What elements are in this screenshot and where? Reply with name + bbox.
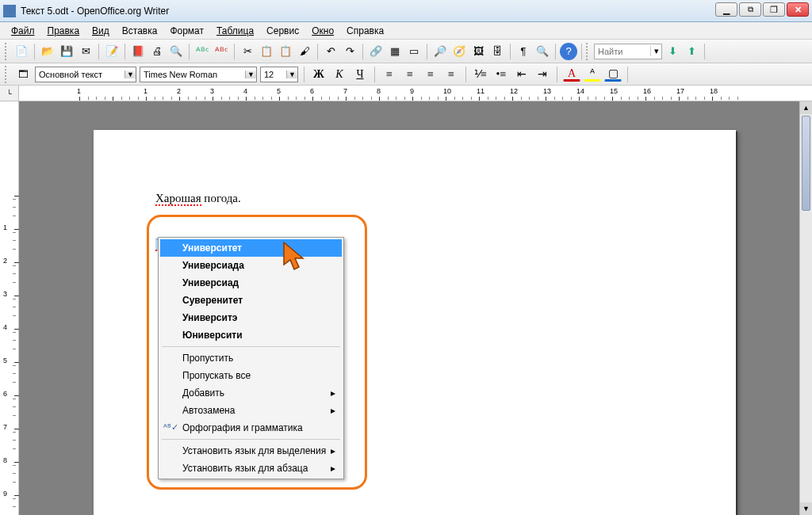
redo-button[interactable]: ↷ — [341, 43, 358, 60]
vertical-ruler[interactable]: 12345678910 — [0, 101, 19, 515]
ignore-item[interactable]: Пропустить — [160, 349, 342, 367]
new-button[interactable]: 📄 — [13, 43, 30, 60]
edit-mode-button[interactable]: 📝 — [103, 43, 121, 60]
canvas[interactable]: Харошая погода. Унеберситет. Университет… — [19, 101, 812, 515]
format-paintbrush-button[interactable]: 🖌 — [296, 43, 313, 60]
maximize-button[interactable] — [763, 2, 785, 17]
mail-button[interactable]: ✉ — [77, 43, 94, 60]
dropdown-icon[interactable]: ▼ — [124, 71, 136, 78]
menu-insert[interactable]: Вставка — [116, 24, 164, 38]
save-button[interactable]: 💾 — [58, 43, 75, 60]
align-right-button[interactable]: ≡ — [422, 66, 439, 83]
menu-file[interactable]: Файл — [5, 24, 41, 38]
underline-button[interactable]: Ч — [351, 66, 369, 83]
align-center-button[interactable]: ≡ — [401, 66, 419, 83]
bgcolor-button[interactable]: ▢ — [604, 67, 622, 82]
minimize-button[interactable] — [715, 2, 737, 17]
font-color-button[interactable]: A — [563, 67, 580, 82]
pdf-button[interactable]: 📕 — [129, 43, 147, 60]
scroll-down-button[interactable]: ▼ — [800, 502, 812, 515]
menu-window[interactable]: Окно — [305, 24, 340, 38]
paragraph-style-input[interactable] — [36, 70, 124, 79]
horizontal-ruler[interactable]: 1123456789101112131415161718 — [19, 86, 812, 101]
menu-help[interactable]: Справка — [340, 24, 390, 38]
submenu-arrow-icon: ▸ — [331, 445, 335, 456]
add-item[interactable]: Добавить▸ — [160, 384, 342, 402]
cut-button[interactable]: ✂ — [239, 43, 256, 60]
suggestion-item[interactable]: Юниверсити — [160, 326, 342, 344]
titlebar: Текст 5.odt - OpenOffice.org Writer — [0, 0, 812, 22]
suggestion-item[interactable]: Суверенитет — [160, 292, 342, 309]
dropdown-icon[interactable]: ▼ — [286, 71, 297, 78]
close-button[interactable] — [787, 2, 809, 17]
copy-button[interactable]: 📋 — [258, 43, 275, 60]
find-next-button[interactable]: ⬇ — [664, 43, 681, 60]
set-lang-paragraph-item[interactable]: Установить язык для абзаца▸ — [160, 460, 342, 477]
help-button[interactable]: ? — [560, 43, 577, 60]
align-justify-button[interactable]: ≡ — [442, 66, 460, 83]
dropdown-icon[interactable]: ▼ — [245, 71, 256, 78]
menu-edit[interactable]: Правка — [41, 24, 86, 38]
text-line-1[interactable]: Харошая погода. — [155, 190, 674, 207]
find-box: ▾ — [594, 44, 662, 59]
datasource-button[interactable]: 🗄 — [488, 43, 506, 60]
styles-window-button[interactable]: 🗔 — [14, 66, 32, 83]
bullet-list-button[interactable]: •≡ — [492, 66, 510, 83]
vertical-scrollbar[interactable]: ▲ ▼ — [799, 101, 812, 515]
toolbar-grip-3[interactable] — [5, 66, 10, 83]
restore-button[interactable] — [739, 2, 761, 17]
print-button[interactable]: 🖨 — [148, 43, 166, 60]
undo-button[interactable]: ↶ — [322, 43, 339, 60]
find-toggle-button[interactable]: 🔎 — [431, 43, 449, 60]
table-button[interactable]: ▦ — [386, 43, 404, 60]
align-left-button[interactable]: ≡ — [381, 66, 398, 83]
increase-indent-button[interactable]: ⇥ — [534, 66, 551, 83]
autospell-button[interactable]: ᴬᴮᶜ — [213, 43, 230, 60]
open-button[interactable]: 📂 — [39, 43, 56, 60]
hyperlink-button[interactable]: 🔗 — [367, 43, 385, 60]
numbered-list-button[interactable]: ⅟≡ — [472, 66, 489, 83]
font-name-combo[interactable]: ▼ — [140, 67, 257, 82]
suggestion-item[interactable]: Универсиад — [160, 274, 342, 292]
decrease-indent-button[interactable]: ⇤ — [513, 66, 530, 83]
autocorrect-item[interactable]: Автозамена▸ — [160, 402, 342, 419]
scroll-up-button[interactable]: ▲ — [800, 101, 812, 114]
menu-format[interactable]: Формат — [163, 24, 210, 38]
zoom-button[interactable]: 🔍 — [534, 43, 551, 60]
spellcheck-icon: ᴬᴮ✓ — [163, 422, 178, 433]
gallery-button[interactable]: 🖼 — [469, 43, 487, 60]
font-name-input[interactable] — [140, 70, 245, 79]
find-input[interactable] — [595, 47, 650, 56]
navigator-button[interactable]: 🧭 — [450, 43, 468, 60]
toolbar-grip-2[interactable] — [586, 43, 591, 60]
spelling-grammar-item[interactable]: ᴬᴮ✓Орфография и грамматика — [160, 419, 342, 437]
menu-view[interactable]: Вид — [86, 24, 116, 38]
find-dropdown-icon[interactable]: ▾ — [650, 46, 661, 56]
italic-button[interactable]: К — [331, 66, 348, 83]
toolbar-grip[interactable] — [5, 43, 10, 60]
set-lang-selection-item[interactable]: Установить язык для выделения▸ — [160, 442, 342, 460]
draw-button[interactable]: ▭ — [405, 43, 423, 60]
suggestion-item[interactable]: Универсиада — [160, 257, 342, 274]
ignore-all-item[interactable]: Пропускать все — [160, 367, 342, 384]
spellcheck-button[interactable]: ᴬᴮᶜ — [193, 43, 211, 60]
nonprinting-button[interactable]: ¶ — [515, 43, 532, 60]
ruler-row: └ 1123456789101112131415161718 — [0, 86, 812, 101]
scroll-thumb[interactable] — [802, 116, 810, 211]
menu-tools[interactable]: Сервис — [260, 24, 305, 38]
paste-button[interactable]: 📋 — [277, 43, 294, 60]
find-prev-button[interactable]: ⬆ — [683, 43, 700, 60]
suggestion-item[interactable]: Университет — [160, 239, 342, 257]
menu-table[interactable]: Таблица — [210, 24, 260, 38]
bold-button[interactable]: Ж — [310, 66, 327, 83]
font-size-input[interactable] — [261, 70, 286, 79]
window-title: Текст 5.odt - OpenOffice.org Writer — [21, 6, 169, 17]
menubar: Файл Правка Вид Вставка Формат Таблица С… — [0, 22, 812, 40]
menu-separator — [162, 439, 340, 440]
misspelled-word-1[interactable]: Харошая — [155, 193, 201, 206]
preview-button[interactable]: 🔍 — [167, 43, 185, 60]
paragraph-style-combo[interactable]: ▼ — [35, 67, 136, 82]
font-size-combo[interactable]: ▼ — [260, 67, 298, 82]
suggestion-item[interactable]: Университэ — [160, 309, 342, 326]
highlight-button[interactable]: ᴬ — [584, 67, 601, 82]
